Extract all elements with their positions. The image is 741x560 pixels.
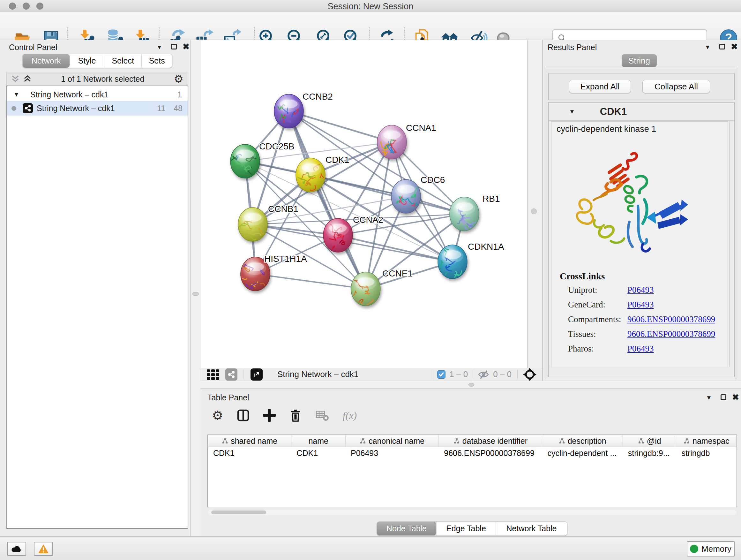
results-panel-title: Results Panel [548,43,597,52]
network-node-CCNB2[interactable] [274,94,304,128]
column-type-icon [360,438,366,444]
table-options-gear-icon[interactable]: ⚙ [212,409,223,422]
network-edge-CCNA2-CDKN1A[interactable] [338,235,453,262]
network-node-RB1[interactable] [450,197,482,231]
table-panel-maximize-icon[interactable] [721,394,726,400]
results-panel-maximize-icon[interactable] [719,44,725,50]
collapse-all-button[interactable]: Collapse All [643,80,710,93]
scrollbar-thumb[interactable] [211,510,266,514]
right-splitter-handle[interactable] [531,208,537,214]
table-panel-float-icon[interactable]: ▼ [706,394,712,401]
collapse-all-icon[interactable] [11,75,19,83]
crosslink-uniprot-link[interactable]: P06493 [627,285,654,295]
network-node-CCNE1[interactable] [344,272,381,310]
left-splitter[interactable] [190,40,201,537]
show-columns-icon[interactable] [237,409,250,422]
tree-expand-icon[interactable]: ▼ [13,91,19,98]
tab-select[interactable]: Select [104,54,142,68]
table-panel-close-icon[interactable]: ✖ [732,392,739,402]
network-collection-row[interactable]: ▼ String Network – cdk1 1 [7,88,188,101]
column-type-icon [684,438,690,444]
horizontal-splitter[interactable] [200,381,741,388]
function-builder-icon: f(x) [343,410,357,422]
table-row[interactable]: CDK1 CDK1 P06493 9606.ENSP00000378699 cy… [208,447,737,459]
network-edge-HIST1H1A-CCNE1[interactable] [255,274,366,289]
selected-checkbox-icon[interactable] [437,370,446,379]
table-panel-title: Table Panel [207,393,249,402]
crosslink-row: Uniprot: [568,285,597,295]
network-node-CDKN1A[interactable] [438,245,467,281]
node-count-badge: 11 [157,104,165,113]
protein-structure-image [563,148,690,257]
tab-string[interactable]: String [622,54,657,67]
toolbar-separator [517,370,518,379]
results-panel: Results Panel ▼ ✖ String Expand All Coll… [542,40,741,381]
crosslink-label: Pharos: [568,344,594,354]
tab-style[interactable]: Style [70,54,104,68]
expand-all-button[interactable]: Expand All [569,80,631,93]
control-panel: Control Panel ▼ ✖ Network Style Select S… [0,40,190,537]
crosslink-genecard-link[interactable]: P06493 [627,300,654,310]
automation-cloud-button[interactable] [7,542,26,556]
network-canvas[interactable]: CCNB2CCNA1CDC25BCDK1CDC6RB1CCNB1CCNA2CDK… [201,40,527,368]
memory-label: Memory [701,544,731,554]
control-panel-maximize-icon[interactable] [171,44,177,50]
tab-node-table[interactable]: Node Table [377,522,436,536]
horizontal-splitter-handle[interactable] [468,383,474,387]
memory-button[interactable]: Memory [687,541,735,557]
crosslink-pharos-link[interactable]: P06493 [627,344,654,354]
table-header-row: shared name name canonical name database… [208,435,737,447]
cdk1-section: ▼ CDK1 cyclin-dependent kinase 1 [548,103,735,377]
column-header[interactable]: description [542,435,623,447]
network-node-CCNA2[interactable] [323,219,353,252]
crosslink-compartments-link[interactable]: 9606.ENSP00000378699 [627,314,715,324]
birds-eye-grid-icon[interactable] [206,368,221,381]
cdk1-section-header[interactable]: ▼ CDK1 [549,103,734,121]
fit-selected-crosshair-icon[interactable] [523,368,537,381]
status-bar: Memory [0,537,741,560]
section-expand-icon[interactable]: ▼ [569,108,575,115]
node-table: shared name name canonical name database… [207,435,737,507]
left-splitter-handle[interactable] [192,292,199,296]
column-header[interactable]: name [291,435,346,447]
network-edge-CCNB2-CCNA1[interactable] [289,111,392,142]
cloud-icon [10,544,23,553]
network-type-icon[interactable] [225,368,238,381]
tab-network-table[interactable]: Network Table [495,522,567,536]
network-list: ▼ String Network – cdk1 1 String Network… [6,85,188,529]
column-header[interactable]: database identifier [439,435,542,447]
control-panel-tabs: Network Style Select Sets [22,54,172,68]
table-toolbar: ⚙ f(x) [212,409,357,422]
control-panel-float-icon[interactable]: ▼ [156,44,162,51]
network-view-toolbar: String Network – cdk1 1 – 0 0 – 0 [201,368,542,381]
network-node-CCNB1[interactable] [238,207,269,245]
network-row-selected[interactable]: String Network – cdk1 11 48 [7,101,188,116]
column-type-icon [222,438,228,444]
table-horizontal-scrollbar[interactable] [208,510,737,515]
open-in-window-icon[interactable] [251,368,263,381]
add-column-icon[interactable] [263,409,276,422]
column-header[interactable]: shared name [208,435,291,447]
tab-network[interactable]: Network [23,54,70,68]
control-panel-close-icon[interactable]: ✖ [183,42,190,52]
network-node-CDC6[interactable] [391,179,425,213]
crosslink-label: Tissues: [568,329,596,339]
delete-column-icon[interactable] [289,409,302,422]
results-panel-float-icon[interactable]: ▼ [704,44,711,51]
results-scrollbar[interactable] [729,121,734,367]
column-header[interactable]: canonical name [346,435,439,447]
network-options-gear-icon[interactable]: ⚙ [174,73,184,84]
results-panel-close-icon[interactable]: ✖ [731,42,738,52]
network-collection-label: String Network – cdk1 [30,90,109,99]
crosslink-tissues-link[interactable]: 9606.ENSP00000378699 [627,329,715,339]
network-node-CDC25B[interactable] [228,144,262,185]
column-header[interactable]: @id [623,435,677,447]
right-splitter[interactable] [527,40,542,368]
column-header[interactable]: namespac [676,435,737,447]
tab-sets[interactable]: Sets [141,54,172,68]
expand-all-icon[interactable] [23,75,31,83]
tab-edge-table[interactable]: Edge Table [436,522,495,536]
warnings-button[interactable] [34,542,53,556]
network-node-CCNA1[interactable] [377,125,407,159]
column-type-icon [638,438,644,444]
